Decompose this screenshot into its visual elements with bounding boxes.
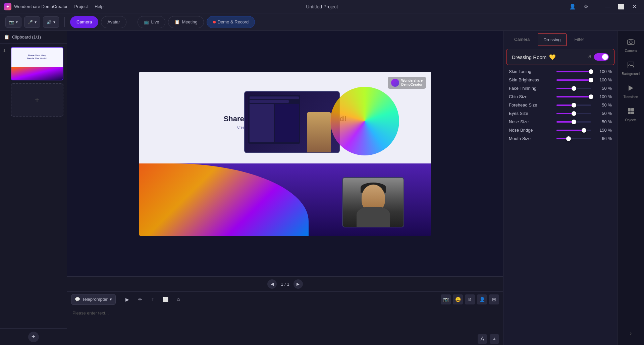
slider-value-face-thinning: 50 % <box>595 86 612 91</box>
slider-track-mouth-size[interactable] <box>556 138 591 139</box>
live-icon: 📺 <box>144 19 149 24</box>
slide-item-2[interactable]: + <box>3 83 63 117</box>
tp-screen-btn[interactable]: 🖥 <box>465 294 475 304</box>
slider-track-forehead-size[interactable] <box>556 105 591 106</box>
meeting-btn[interactable]: 📋 Meeting <box>168 16 204 28</box>
slider-track-skin-brightness[interactable] <box>556 79 591 81</box>
tp-text-btn[interactable]: T <box>148 294 158 304</box>
slider-row-mouth-size: Mouth Size 66 % <box>509 136 612 141</box>
preview-nav: ◀ 1 / 1 ▶ <box>67 276 503 291</box>
slider-track-eyes-size[interactable] <box>556 113 591 114</box>
camera-tool-btn[interactable]: 📷 ▾ <box>5 16 21 28</box>
tp-sticker-btn[interactable]: ☺ <box>173 294 183 304</box>
tp-pen-btn[interactable]: ✏ <box>135 294 145 304</box>
sidebar-item-background[interactable]: Background <box>619 57 643 79</box>
tab-camera[interactable]: Camera <box>509 33 535 46</box>
tp-shape-btn[interactable]: ⬜ <box>161 294 171 304</box>
live-label: Live <box>151 19 159 24</box>
slider-track-face-thinning[interactable] <box>556 88 591 89</box>
slider-thumb-forehead-size[interactable] <box>572 103 576 108</box>
mic-tool-group: 🎤 ▾ <box>24 16 40 28</box>
slider-track-chin-size[interactable] <box>556 96 591 97</box>
avatar-mode-btn[interactable]: Avatar <box>101 16 126 28</box>
tp-cam-btn[interactable]: 📷 <box>441 294 451 304</box>
slider-row-nose-bridge: Nose Bridge 150 % <box>509 128 612 133</box>
teleprompter-select[interactable]: 💬 Teleprompter ▾ <box>71 294 116 305</box>
minimize-btn[interactable]: — <box>602 1 613 12</box>
speaker-icon: 🔊 <box>47 20 52 24</box>
slide-number-1: 1 <box>3 47 8 52</box>
menu-help[interactable]: Help <box>95 4 104 9</box>
mic-tool-btn[interactable]: 🎤 ▾ <box>24 16 40 28</box>
sidebar-item-objects[interactable]: Objects <box>619 104 643 125</box>
slider-thumb-nose-bridge[interactable] <box>582 128 586 133</box>
tp-layout-btn[interactable]: ⊞ <box>489 294 499 304</box>
slider-track-nose-size[interactable] <box>556 121 591 123</box>
tab-filter[interactable]: Filter <box>569 33 590 46</box>
dressing-toggle[interactable] <box>594 53 609 61</box>
slider-row-forehead-size: Forehead Size 50 % <box>509 102 612 108</box>
slide-thumb-1[interactable]: Share Your Idea,Dazzle The World! <box>11 47 63 80</box>
slider-thumb-mouth-size[interactable] <box>566 136 571 141</box>
slider-thumb-chin-size[interactable] <box>589 94 593 99</box>
slider-value-skin-toning: 100 % <box>595 69 612 74</box>
font-down-btn[interactable]: A <box>490 334 499 344</box>
dressing-room-title: Dressing Room 💛 <box>512 54 556 60</box>
reset-btn[interactable]: ↺ <box>587 54 591 60</box>
slider-track-skin-toning[interactable] <box>556 71 591 72</box>
clipboard-title: Clipboard (1/1) <box>12 34 41 40</box>
app-logo: ✦ Wondershare DemoCreator <box>4 3 67 10</box>
sliders-section: Skin Toning 100 % Skin Brightness 100 % <box>503 68 617 345</box>
slider-label-mouth-size: Mouth Size <box>509 136 552 141</box>
user-icon-btn[interactable]: 👤 <box>567 1 578 12</box>
decoration-circle <box>330 87 399 155</box>
teleprompter-icon: 💬 <box>75 297 80 302</box>
slider-track-nose-bridge[interactable] <box>556 130 591 131</box>
menu-bar: Project Help <box>74 4 103 9</box>
slider-thumb-face-thinning[interactable] <box>572 86 576 91</box>
sidebar-item-transition[interactable]: Transition <box>619 80 643 102</box>
settings-icon-btn[interactable]: ⚙ <box>581 1 591 12</box>
slider-thumb-skin-brightness[interactable] <box>589 78 593 82</box>
svg-rect-5 <box>631 108 634 111</box>
prev-page-btn[interactable]: ◀ <box>267 279 277 289</box>
speaker-tool-btn[interactable]: 🔊 ▾ <box>43 16 59 28</box>
menu-project[interactable]: Project <box>74 4 88 9</box>
tp-play-btn[interactable]: ▶ <box>122 294 132 304</box>
background-sidebar-icon <box>627 61 635 71</box>
teleprompter-content[interactable]: Please enter text... <box>67 307 503 333</box>
slider-fill-skin-toning <box>556 71 591 72</box>
svg-rect-4 <box>628 108 631 111</box>
slide-thumb-empty-2[interactable]: + <box>11 83 63 117</box>
slider-value-nose-bridge: 150 % <box>595 128 612 133</box>
background-sidebar-label: Background <box>622 72 640 76</box>
cam-dropdown-icon: ▾ <box>16 20 18 24</box>
add-slide-btn[interactable]: + <box>28 332 39 342</box>
close-btn[interactable]: ✕ <box>629 1 640 12</box>
slide-list: 1 Share Your Idea,Dazzle The World! + <box>0 44 67 328</box>
crown-icon: 💛 <box>549 54 556 60</box>
slider-row-chin-size: Chin Size 100 % <box>509 94 612 99</box>
tp-face-btn[interactable]: 😀 <box>453 294 463 304</box>
live-btn[interactable]: 📺 Live <box>138 16 166 28</box>
slider-thumb-eyes-size[interactable] <box>572 111 576 116</box>
demo-record-btn[interactable]: Demo & Record <box>207 16 255 28</box>
slide-item-1[interactable]: 1 Share Your Idea,Dazzle The World! <box>3 47 63 80</box>
right-panel: Camera Dressing Filter Dressing Room 💛 ↺ <box>503 31 644 345</box>
demo-record-label: Demo & Record <box>218 19 249 24</box>
next-page-btn[interactable]: ▶ <box>293 279 303 289</box>
font-up-btn[interactable]: A <box>478 334 487 344</box>
slider-value-chin-size: 100 % <box>595 94 612 99</box>
expand-sidebar-btn[interactable]: › <box>619 325 643 342</box>
sidebar-item-camera[interactable]: Camera <box>619 34 643 56</box>
camera-mode-btn[interactable]: Camera <box>70 16 98 28</box>
window-controls: 👤 ⚙ — ⬜ ✕ <box>567 1 640 12</box>
svg-rect-6 <box>628 112 631 114</box>
teleprompter: 💬 Teleprompter ▾ ▶ ✏ T ⬜ ☺ 📷 😀 🖥 👤 ⊞ <box>67 291 503 345</box>
tab-dressing[interactable]: Dressing <box>538 33 566 46</box>
tp-person-btn[interactable]: 👤 <box>477 294 487 304</box>
main-content: 📋 Clipboard (1/1) 1 Share Your Idea,Dazz… <box>0 31 644 345</box>
slider-thumb-skin-toning[interactable] <box>589 69 593 74</box>
maximize-btn[interactable]: ⬜ <box>616 1 627 12</box>
slider-thumb-nose-size[interactable] <box>572 120 576 124</box>
